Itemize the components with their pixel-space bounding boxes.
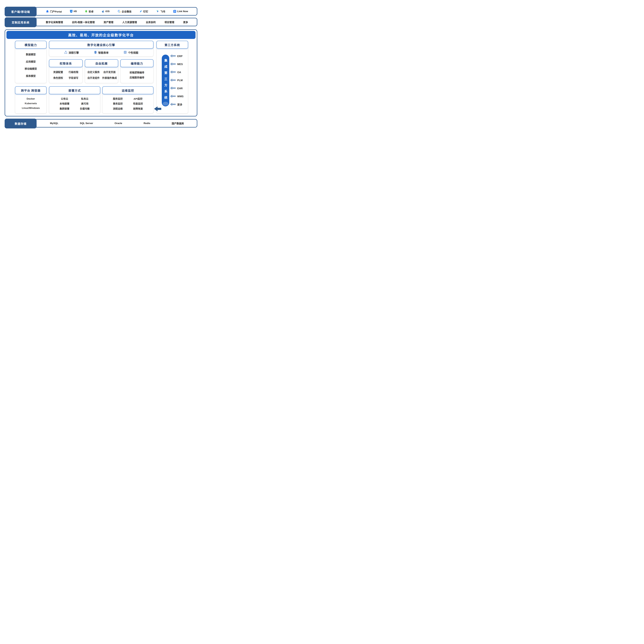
cross-platform-item: Linux/Windows xyxy=(22,107,40,109)
cross-platform-item: Kubernets xyxy=(25,102,37,105)
third-party-row: OA xyxy=(170,70,187,74)
apple-icon xyxy=(101,10,104,13)
custom-apps-badge: 定制应用系统 xyxy=(5,17,37,27)
deployment-item: 私有云 xyxy=(81,97,88,100)
client-item-portal: 门户Portal xyxy=(46,10,62,13)
permission-item: 字段读写 xyxy=(69,76,78,79)
section-core-engine: 数字化建设核心引擎 流程引擎 智能表单 个性视图 xyxy=(49,41,154,57)
third-party-system-label: EHR xyxy=(177,87,183,90)
custom-app-item: 资产管理 xyxy=(104,20,113,24)
engine-feature: 个性视图 xyxy=(124,51,138,54)
orchestration-item: 后端服务编排 xyxy=(130,76,144,79)
database-item: MySQL xyxy=(50,122,58,125)
third-party-row: 更多 xyxy=(170,103,187,106)
android-icon xyxy=(85,10,88,13)
h5-icon: 5 xyxy=(70,10,73,13)
custom-app-item: 合同-档案一体化管理 xyxy=(72,20,95,24)
wechat-work-icon xyxy=(118,10,121,13)
left-arrow-icon xyxy=(170,70,176,74)
permission-item: 行级权限 xyxy=(69,70,78,74)
custom-apps-items: 数字化采购管理 合同-档案一体化管理 资产管理 人力资源管理 业务协同 项目管理… xyxy=(37,18,197,26)
client-item-android: 安卓 xyxy=(85,10,94,13)
section-title: 数字化建设核心引擎 xyxy=(49,41,154,49)
monitoring-item: 事务监控 xyxy=(113,102,123,105)
model-item: 数据模型 xyxy=(26,53,36,56)
client-item-h5: 5 H5 xyxy=(70,10,77,13)
monitoring-item: 流程运维 xyxy=(113,107,123,110)
section-third-party: 第三方系统 集成第三方系统 ERP MES OA xyxy=(156,41,188,114)
permission-item: 角色授权 xyxy=(53,76,63,79)
platform-banner: 高效、易用、开放的企业级数字化平台 xyxy=(6,31,196,39)
third-party-row: ERP xyxy=(170,54,187,58)
integration-pill-label: 集成第三方系统 xyxy=(164,59,167,102)
monitoring-item: API监控 xyxy=(134,97,143,100)
client-item-dingtalk: 钉钉 xyxy=(139,10,148,13)
model-item: 移动端模型 xyxy=(25,67,37,70)
section-model-capabilities: 模型能力 数据模型 应用模型 移动端模型 报表模型 xyxy=(15,41,47,83)
third-party-system-label: ERP xyxy=(177,55,183,58)
third-party-row: EHR xyxy=(170,87,187,90)
cross-platform-item: Docker xyxy=(27,97,35,100)
left-arrow-icon xyxy=(170,54,176,58)
data-storage-band: 数据存储 MySQL SQL Server Oracle Redis 国产数据库 xyxy=(5,119,197,128)
data-storage-items: MySQL SQL Server Oracle Redis 国产数据库 xyxy=(37,120,197,127)
section-title: 自由拓展 xyxy=(85,59,118,67)
extension-item: 自定义服务 xyxy=(87,70,100,74)
engine-feature: 流程引擎 xyxy=(64,51,79,54)
database-item: Redis xyxy=(144,122,150,125)
left-arrow-icon xyxy=(170,79,176,82)
extension-item: 外部插件集成 xyxy=(102,76,117,79)
section-monitoring: 运维监控 服务监控 API监控 事务监控 性能监控 流程运维 故障恢复 xyxy=(102,86,154,114)
section-permission: 权限体系 资源配置 行级权限 角色授权 字段读写 xyxy=(49,59,83,83)
clients-band: 客户端/移动端 门户Portal 5 H5 安卓 iOS 企业微信 xyxy=(5,7,197,16)
feishu-icon xyxy=(156,10,159,13)
custom-apps-band: 定制应用系统 数字化采购管理 合同-档案一体化管理 资产管理 人力资源管理 业务… xyxy=(5,18,197,26)
home-icon xyxy=(46,10,49,13)
section-title: 模型能力 xyxy=(15,41,47,49)
database-item: Oracle xyxy=(115,122,122,125)
dingtalk-icon xyxy=(139,10,142,13)
database-item: 国产数据库 xyxy=(172,122,184,125)
platform-container: 高效、易用、开放的企业级数字化平台 模型能力 数据模型 应用模型 移动端模型 报… xyxy=(5,29,197,116)
deployment-item: 负载均衡 xyxy=(80,107,90,110)
model-item: 应用模型 xyxy=(26,60,36,63)
permission-item: 资源配置 xyxy=(53,70,63,74)
section-cross-platform: 跨平台 跨容器 Docker Kubernets Linux/Windows xyxy=(15,86,47,114)
third-party-row: PLM xyxy=(170,79,187,82)
monitoring-item: 服务监控 xyxy=(113,97,123,100)
third-party-system-label: PLM xyxy=(177,79,183,82)
section-deployment: 部署方式 公有云 私有云 本地部署 高可用 集群部署 负载均衡 xyxy=(49,86,100,114)
section-title: 部署方式 xyxy=(49,86,100,94)
model-item: 报表模型 xyxy=(26,74,36,78)
third-party-row: MES xyxy=(170,62,187,66)
smart-form-icon xyxy=(94,51,97,54)
extension-item: 自开发页面 xyxy=(103,70,116,74)
left-arrow-icon xyxy=(170,103,176,106)
custom-app-item: 项目管理 xyxy=(164,20,174,24)
clients-badge: 客户端/移动端 xyxy=(5,7,37,16)
engine-feature: 智能表单 xyxy=(94,51,109,54)
extension-item: 自开发组件 xyxy=(87,76,100,79)
custom-view-icon xyxy=(124,51,127,54)
monitoring-item: 性能监控 xyxy=(133,102,143,105)
client-item-wecom: 企业微信 xyxy=(118,10,132,13)
process-engine-icon xyxy=(64,51,67,54)
third-party-row: WMS xyxy=(170,95,187,98)
custom-app-item: 人力资源管理 xyxy=(122,20,137,24)
deployment-item: 集群部署 xyxy=(60,107,69,110)
linknow-icon xyxy=(173,10,176,13)
clients-items: 门户Portal 5 H5 安卓 iOS 企业微信 钉钉 xyxy=(37,8,197,15)
monitoring-item: 故障恢复 xyxy=(133,107,143,110)
deployment-item: 公有云 xyxy=(61,97,68,100)
third-party-system-label: MES xyxy=(177,63,183,66)
database-item: SQL Server xyxy=(80,122,93,125)
integration-big-arrow-icon xyxy=(154,106,161,112)
custom-app-item: 业务协同 xyxy=(146,20,156,24)
section-title: 第三方系统 xyxy=(156,41,188,49)
client-item-feishu: 飞书 xyxy=(156,10,165,13)
third-party-system-label: 更多 xyxy=(177,103,182,106)
client-item-ios: iOS xyxy=(101,10,110,13)
custom-app-item: 更多 xyxy=(183,20,188,24)
left-arrow-icon xyxy=(170,87,176,90)
section-title: 跨平台 跨容器 xyxy=(15,86,47,94)
